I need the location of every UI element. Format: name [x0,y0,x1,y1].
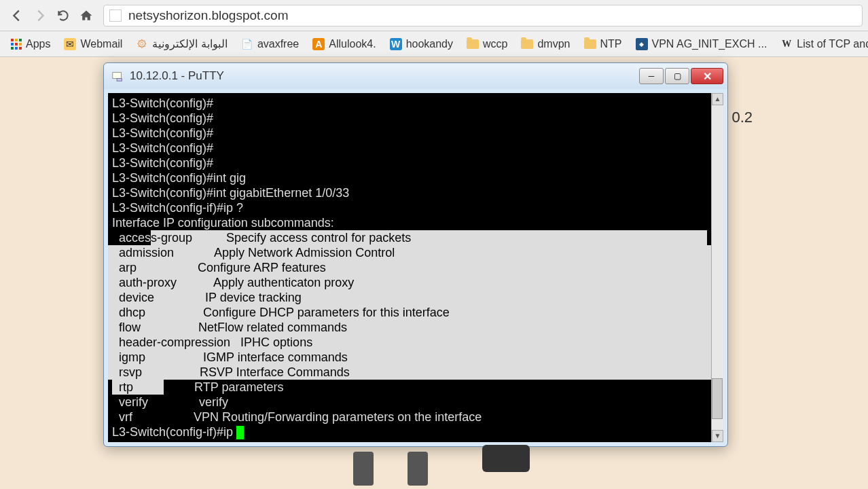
scroll-thumb[interactable] [712,378,723,419]
terminal[interactable]: L3-Switch(config)# L3-Switch(config)# L3… [108,93,723,442]
terminal-frame: L3-Switch(config)# L3-Switch(config)# L3… [104,89,727,446]
bookmark-tcp[interactable]: W List of TCP and [775,35,868,53]
folder-icon [467,39,479,49]
bookmark-label: VPN AG_INIT_EXCH ... [652,38,767,50]
terminal-line-selected: device IP device tracking [108,290,723,305]
close-button[interactable]: ✕ [691,68,723,84]
scroll-down-icon[interactable]: ▼ [712,430,723,442]
url-bar[interactable]: netsyshorizon.blogspot.com [103,5,863,26]
bookmark-vpnag[interactable]: ◆ VPN AG_INIT_EXCH ... [630,35,773,53]
putty-title: 10.12.0.1 - PuTTY [130,69,639,83]
putty-icon [111,69,124,83]
putty-window: 10.12.0.1 - PuTTY ─ ▢ ✕ L3-Switch(config… [103,62,728,447]
svg-rect-1 [117,79,122,82]
forward-button[interactable] [29,4,52,27]
bookmark-ntp[interactable]: NTP [579,35,628,53]
terminal-line-selected: dhcp Configure DHCP parameters for this … [108,305,723,320]
bookmark-label: NTP [600,38,622,50]
bookmark-label: List of TCP and [797,38,868,50]
minimize-button[interactable]: ─ [639,68,664,84]
reload-button[interactable] [52,4,75,27]
bookmark-label: avaxfree [257,38,299,50]
terminal-line-selected: admission Apply Network Admission Contro… [108,245,723,260]
bookmark-label: Allulook4. [329,38,376,50]
terminal-line-selected: rsvp RSVP Interface Commands [108,365,723,380]
apps-button[interactable]: Apps [5,35,56,53]
bookmark-label: dmvpn [537,38,570,50]
bookmark-allulook[interactable]: A Allulook4. [307,35,381,53]
terminal-line: L3-Switch(config-if)#ip ? [108,200,723,215]
bookmark-label: البوابة الإلكترونية [152,37,227,50]
allulook-icon: A [312,38,325,50]
terminal-prompt-line: L3-Switch(config-if)#ip [108,424,723,439]
generic-icon: 📄 [241,38,253,50]
terminal-line: L3-Switch(config)# [108,126,723,141]
terminal-line-selected: arp Configure ARP features [108,260,723,275]
terminal-line-selected: auth-proxy Apply authenticaton proxy [108,275,723,290]
putty-titlebar[interactable]: 10.12.0.1 - PuTTY ─ ▢ ✕ [104,63,727,89]
bookmark-portal[interactable]: ۞ البوابة الإلكترونية [130,35,232,53]
terminal-line-selected: rtp RTP parameters [108,380,723,395]
home-button[interactable] [75,4,98,27]
bookmark-wccp[interactable]: wccp [461,35,513,53]
terminal-line-selected: igmp IGMP interface commands [108,350,723,365]
terminal-cursor [236,426,244,439]
terminal-line: L3-Switch(config)#int gig [108,170,723,185]
folder-icon [521,39,533,49]
text-caret-icon [271,426,272,439]
terminal-scrollbar[interactable]: ▲ ▼ [711,93,723,442]
bookmark-hookandy[interactable]: W hookandy [384,35,458,53]
bookmark-label: Apps [26,38,50,50]
terminal-line: L3-Switch(config)# [108,156,723,170]
bookmark-avaxfree[interactable]: 📄 avaxfree [236,35,304,53]
bookmark-label: wccp [483,38,507,50]
window-buttons: ─ ▢ ✕ [639,68,723,84]
bookmark-label: Webmail [80,38,122,50]
bookmark-bar: Apps ✉ Webmail ۞ البوابة الإلكترونية 📄 a… [0,31,868,57]
terminal-line: vrf VPN Routing/Forwarding parameters on… [108,410,723,424]
terminal-line: L3-Switch(config)# [108,141,723,156]
browser-toolbar: netsyshorizon.blogspot.com [0,0,868,31]
webmail-icon: ✉ [64,38,76,50]
page-icon [109,10,122,22]
portal-icon: ۞ [136,38,148,50]
url-text: netsyshorizon.blogspot.com [128,8,289,23]
wiki-icon: W [780,38,793,50]
terminal-line-selected: access-group Specify access control for … [108,230,723,245]
bookmark-label: hookandy [406,38,453,50]
back-button[interactable] [5,4,29,27]
terminal-line: L3-Switch(config)# [108,96,723,111]
background-diagram [190,452,666,489]
terminal-line: verify verify [108,395,723,410]
hookandy-icon: W [390,38,402,50]
terminal-line: L3-Switch(config)# [108,111,723,126]
bookmark-webmail[interactable]: ✉ Webmail [58,35,128,53]
apps-icon [11,39,22,50]
terminal-line: Interface IP configuration subcommands: [108,215,723,230]
folder-icon [584,39,596,49]
maximize-button[interactable]: ▢ [665,68,689,84]
svg-rect-0 [113,73,122,79]
background-ip-text: 0.2 [731,109,753,126]
terminal-line: L3-Switch(config)#int gigabitEthernet 1/… [108,185,723,200]
terminal-line-selected: flow NetFlow related commands [108,320,723,335]
vpn-icon: ◆ [636,38,648,50]
scroll-up-icon[interactable]: ▲ [712,93,723,105]
bookmark-dmvpn[interactable]: dmvpn [516,35,575,53]
terminal-line-selected: header-compression IPHC options [108,335,723,350]
